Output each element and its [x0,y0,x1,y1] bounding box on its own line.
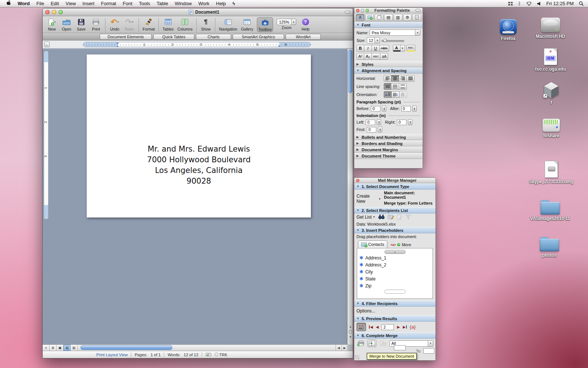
menu-window[interactable]: Window [171,0,195,7]
tab-stop-selector[interactable] [44,42,50,47]
format-painter-button[interactable]: Format [143,17,155,31]
horizontal-ruler[interactable]: 1 2 3 4 5 6 [83,42,311,47]
save-button[interactable]: Save [76,17,87,31]
document-page[interactable]: Mr. and Mrs. Edward Lewis 7000 Hollywood… [87,54,311,217]
view-merged-data-button[interactable]: « » ABC [356,323,366,331]
tab-quick-tables[interactable]: Quick Tables [153,34,194,40]
underline-button[interactable]: U [372,45,380,52]
first-field[interactable]: 0 [367,127,376,132]
menu-help[interactable]: Help [213,0,229,7]
placeholder-city[interactable]: City [357,268,433,275]
bluetooth-icon[interactable] [518,1,521,6]
right-indent-marker[interactable] [278,43,281,47]
citations-tab[interactable] [394,14,402,21]
mail-merge-title-bar[interactable]: Mail Merge Manager [354,178,435,183]
more-tab[interactable]: «a» + More [387,241,414,248]
menu-font[interactable]: Font [119,0,136,7]
outline-view-button[interactable] [50,345,57,351]
highlight-button[interactable]: ABC [406,45,415,52]
print-layout-view-button[interactable] [64,345,71,351]
address-block[interactable]: Mr. and Mrs. Edward Lewis 7000 Hollywood… [87,144,311,187]
align-left-button[interactable] [384,75,391,82]
toolbar-toggle-pill[interactable] [345,11,350,14]
find-recipient-button[interactable] [378,214,385,220]
desktop-icon-foshare[interactable]: foshare [533,118,570,138]
font-name-select[interactable]: Pea Missy [370,29,420,36]
small-caps-button[interactable]: ABC [372,53,380,60]
formatting-palette-title-bar[interactable]: Formatting Palette [354,8,423,13]
menu-view[interactable]: View [62,0,79,7]
menu-app-name[interactable]: Word [14,0,33,7]
desktop-icon-photos[interactable]: photos [531,237,568,258]
browse-object-button[interactable] [349,330,352,333]
placeholder-address2[interactable]: Address_2 [357,261,433,268]
help-button[interactable]: ? Help [300,17,311,31]
columns-button[interactable]: Columns [178,17,193,31]
one-half-spacing-button[interactable] [391,83,399,90]
subscript-button[interactable]: A₂ [364,53,372,60]
horizontal-text-button[interactable]: A [384,91,392,98]
add-objects-tab[interactable]: + [365,14,374,21]
insert-placeholders-header[interactable]: 3. Insert Placeholders [354,227,435,233]
vertical-scroll-thumb[interactable] [348,50,352,93]
after-field[interactable]: 0 [401,106,411,112]
menu-table[interactable]: Table [153,0,171,7]
scroll-left-button[interactable] [336,345,341,351]
desktop-icon-skype-dmg[interactable]: Skype_2.7.0.330.dmg [521,161,581,184]
font-size-slider[interactable] [381,38,404,43]
navigation-button[interactable]: Navigation [219,17,237,31]
draft-view-button[interactable] [43,345,50,351]
theme-section-header[interactable]: Document Theme [354,153,423,159]
minimize-button[interactable] [52,10,56,14]
tab-charts[interactable]: Charts [196,34,231,40]
indent-marker[interactable] [116,43,119,47]
font-section-header[interactable]: Font [354,22,423,28]
zoom-control[interactable]: 125% Zoom [277,17,296,30]
desktop-icon-vasimages[interactable]: VASImages2010-11 [523,200,578,221]
preview-results-header[interactable]: 5. Preview Results [354,315,435,322]
menu-format[interactable]: Format [98,0,119,7]
show-marks-button[interactable]: Show [200,17,211,31]
double-spacing-button[interactable] [399,83,407,90]
view-field-codes-button[interactable]: {a} [410,324,416,330]
justify-button[interactable] [407,75,415,82]
borders-section-header[interactable]: Borders and Shading [354,140,423,146]
get-list-button[interactable]: Get List [356,215,375,220]
vertical-text-button[interactable] [392,91,399,98]
tables-button[interactable]: Tables [162,17,173,31]
undo-button[interactable]: Undo [109,17,120,31]
tab-document-elements[interactable]: Document Elements [100,34,152,40]
spelling-status-icon[interactable] [205,353,211,357]
close-button[interactable] [356,9,359,12]
toolbar-toggle-pill[interactable] [415,9,421,12]
complete-merge-header[interactable]: 6. Complete Merge [354,332,435,339]
previous-record-button[interactable] [376,325,379,329]
align-right-button[interactable] [399,75,407,82]
options-button[interactable]: Options... [354,307,435,315]
placeholder-address1[interactable]: Address_1 [357,254,433,261]
change-case-button[interactable]: aA [380,53,388,60]
slider-knob[interactable] [383,39,387,42]
reference-tab[interactable] [384,14,393,21]
minimize-button[interactable] [361,9,364,12]
strikethrough-button[interactable]: ABC [380,45,389,52]
close-button[interactable] [45,10,50,14]
margins-section-header[interactable]: Document Margins [354,146,423,153]
projects-tab[interactable] [412,14,421,21]
first-record-button[interactable] [369,325,373,329]
right-field[interactable]: 0 [397,120,406,125]
zoom-window-button[interactable] [366,9,369,12]
next-record-button[interactable] [397,325,400,329]
script-menu-icon[interactable] [229,0,239,7]
italic-button[interactable]: I [364,45,372,52]
desktop-icon-firefox[interactable]: Firefox [490,19,527,41]
resize-grip[interactable] [355,355,359,360]
volume-icon[interactable] [537,1,541,6]
track-changes-indicator[interactable]: TRK [215,353,227,357]
new-button[interactable]: New [46,17,57,31]
placeholder-list[interactable]: Address_1 Address_2 City State Zip [357,248,433,299]
scroll-up-button[interactable] [348,324,353,329]
font-color-dropdown[interactable] [401,45,405,52]
menu-work[interactable]: Work [195,0,213,7]
gallery-button[interactable]: Gallery [241,17,253,31]
